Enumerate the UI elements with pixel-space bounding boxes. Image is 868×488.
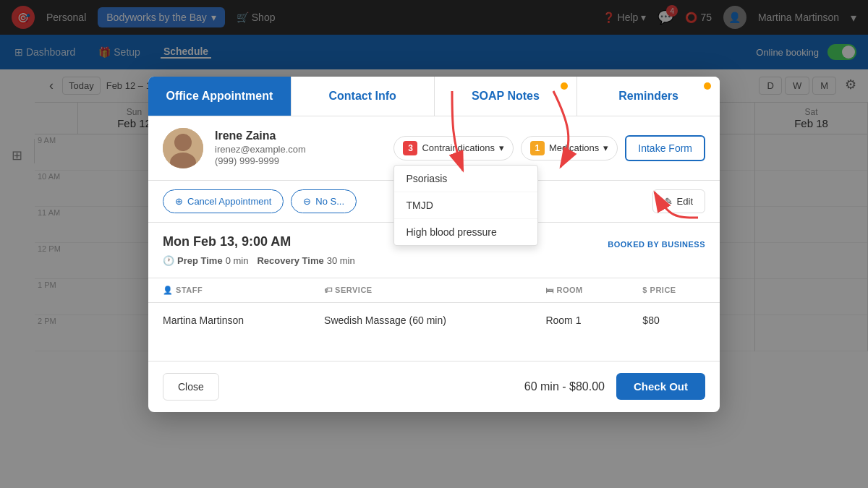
table-spacer-row [148, 338, 720, 361]
table-row: Martina Martinson Swedish Massage (60 mi… [148, 302, 720, 338]
table-header: 👤 STAFF 🏷 SERVICE 🛏 ROOM $ [148, 278, 720, 303]
patient-email: irenez@example.com [215, 144, 382, 155]
cancel-appointment-button[interactable]: ⊕ Cancel Appointment [163, 189, 284, 213]
edit-icon: ✎ [665, 196, 673, 207]
cancel-icon: ⊕ [175, 196, 183, 207]
prep-time-label: Prep Time [177, 255, 223, 266]
contraindications-chevron-icon: ▾ [499, 142, 504, 153]
cell-price: $80 [628, 302, 720, 338]
patient-info: Irene Zaina irenez@example.com (999) 999… [215, 129, 382, 166]
table-header-row: 👤 STAFF 🏷 SERVICE 🛏 ROOM $ [148, 278, 720, 303]
clock-icon: 🕐 [163, 255, 174, 266]
col-price: $ PRICE [628, 278, 720, 303]
service-table: 👤 STAFF 🏷 SERVICE 🛏 ROOM $ [148, 278, 720, 361]
reminders-dot [704, 82, 711, 90]
svg-point-1 [174, 134, 192, 151]
appointment-datetime: Mon Feb 13, 9:00 AM [163, 234, 291, 249]
booked-by-label: BOOKED BY BUSINESS [608, 240, 705, 249]
no-show-button[interactable]: ⊖ No S... [291, 189, 357, 213]
contraindications-container: 3 Contraindications ▾ Psoriasis TMJD Hig… [393, 136, 513, 160]
contraindications-dropdown: Psoriasis TMJD High blood pressure [393, 165, 538, 246]
modal-footer: Close 60 min - $80.00 Check Out [148, 361, 720, 412]
dropdown-item-tmjd[interactable]: TMJD [394, 192, 537, 219]
edit-button[interactable]: ✎ Edit [652, 189, 705, 213]
staff-icon: 👤 [163, 286, 176, 294]
tab-contact-info[interactable]: Contact Info [292, 77, 435, 116]
patient-name: Irene Zaina [215, 129, 382, 142]
contraindications-badge: 3 [403, 141, 417, 155]
prep-time-value: 0 min [226, 255, 249, 266]
recovery-time-value: 30 min [327, 255, 355, 266]
contraindications-button[interactable]: 3 Contraindications ▾ [393, 136, 513, 160]
soap-notes-dot [561, 82, 568, 90]
tab-soap-notes[interactable]: SOAP Notes [435, 77, 578, 116]
medications-badge: 1 [530, 141, 545, 155]
service-icon: 🏷 [324, 286, 335, 294]
prep-recovery-info: 🕐 Prep Time 0 min Recovery Time 30 min [163, 255, 705, 266]
patient-actions: 3 Contraindications ▾ Psoriasis TMJD Hig… [393, 135, 705, 161]
price-icon: $ [642, 286, 650, 294]
col-staff: 👤 STAFF [148, 278, 310, 303]
patient-phone: (999) 999-9999 [215, 155, 382, 166]
modal-overlay: Office Appointment Contact Info SOAP Not… [0, 0, 868, 488]
patient-avatar [163, 128, 203, 168]
medications-button[interactable]: 1 Medications ▾ [521, 136, 618, 160]
total-display: 60 min - $80.00 [524, 380, 605, 393]
dropdown-item-psoriasis[interactable]: Psoriasis [394, 166, 537, 192]
cell-staff: Martina Martinson [148, 302, 310, 338]
medications-chevron-icon: ▾ [603, 142, 608, 153]
checkout-button[interactable]: Check Out [616, 373, 705, 400]
dropdown-item-highbp[interactable]: High blood pressure [394, 219, 537, 245]
cell-room: Room 1 [531, 302, 628, 338]
col-service: 🏷 SERVICE [310, 278, 531, 303]
room-icon: 🛏 [545, 286, 556, 294]
appointment-modal: Office Appointment Contact Info SOAP Not… [148, 77, 720, 412]
noshow-icon: ⊖ [303, 196, 311, 207]
service-table-container: 👤 STAFF 🏷 SERVICE 🛏 ROOM $ [148, 278, 720, 361]
table-body: Martina Martinson Swedish Massage (60 mi… [148, 302, 720, 361]
modal-tabs: Office Appointment Contact Info SOAP Not… [148, 77, 720, 116]
close-button[interactable]: Close [163, 373, 219, 401]
tab-office-appointment[interactable]: Office Appointment [148, 77, 292, 116]
intake-form-button[interactable]: Intake Form [625, 135, 705, 161]
cell-service: Swedish Massage (60 min) [310, 302, 531, 338]
recovery-time-label: Recovery Time [257, 255, 323, 266]
col-room: 🛏 ROOM [531, 278, 628, 303]
tab-reminders[interactable]: Reminders [577, 77, 720, 116]
patient-row: Irene Zaina irenez@example.com (999) 999… [148, 116, 720, 181]
